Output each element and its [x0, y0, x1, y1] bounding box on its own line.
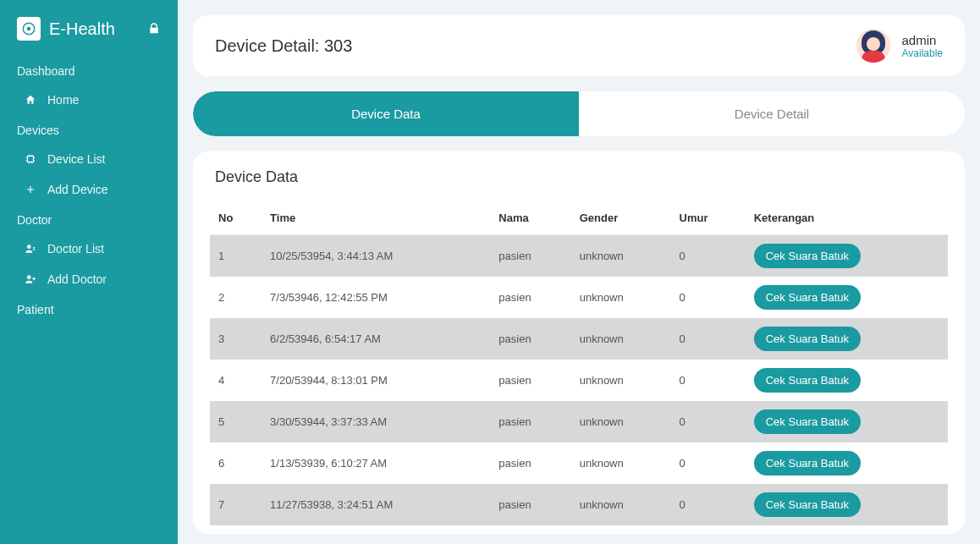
cell-gender: unknown: [571, 360, 671, 401]
cell-time: 7/3/53946, 12:42:55 PM: [262, 277, 490, 318]
sidebar-item-label: Doctor List: [47, 242, 104, 256]
user-name: admin: [902, 33, 943, 47]
device-data-table: NoTimeNamaGenderUmurKeterangan 110/25/53…: [210, 201, 948, 525]
user-plus-icon: [24, 272, 37, 286]
sidebar-item-label: Add Device: [47, 183, 108, 196]
cell-nama: pasien: [490, 277, 570, 318]
cell-umur: 0: [671, 235, 746, 277]
device-icon: [24, 152, 37, 166]
cek-suara-batuk-button[interactable]: Cek Suara Batuk: [754, 244, 861, 268]
cell-no: 2: [210, 277, 262, 318]
card-title: Device Data: [210, 168, 948, 186]
lock-icon[interactable]: [147, 22, 161, 36]
cell-nama: pasien: [490, 401, 570, 442]
cek-suara-batuk-button[interactable]: Cek Suara Batuk: [754, 327, 861, 351]
cell-gender: unknown: [571, 401, 671, 442]
home-icon: [24, 93, 37, 107]
sidebar-item-add-doctor[interactable]: Add Doctor: [0, 264, 178, 294]
cell-nama: pasien: [490, 318, 570, 360]
cell-action: Cek Suara Batuk: [746, 484, 948, 525]
col-umur: Umur: [671, 201, 746, 235]
sidebar-item-label: Add Doctor: [47, 272, 107, 286]
sidebar-item-label: Device List: [47, 152, 105, 166]
svg-point-3: [27, 245, 31, 249]
col-no: No: [210, 201, 262, 235]
brand-title: E-Health: [49, 19, 139, 39]
content-card: Device Data NoTimeNamaGenderUmurKeterang…: [193, 151, 965, 534]
svg-rect-2: [28, 157, 34, 162]
sidebar: E-Health DashboardHomeDevicesDevice List…: [0, 0, 178, 544]
user-list-icon: [24, 242, 37, 256]
col-gender: Gender: [571, 201, 671, 235]
cell-nama: pasien: [490, 484, 570, 525]
avatar: [856, 29, 890, 63]
cell-no: 1: [210, 235, 262, 277]
tab-device-data[interactable]: Device Data: [193, 91, 579, 136]
cell-no: 5: [210, 401, 262, 442]
cell-action: Cek Suara Batuk: [746, 277, 948, 318]
tab-device-detail[interactable]: Device Detail: [579, 91, 965, 136]
plus-icon: [24, 183, 37, 196]
cell-action: Cek Suara Batuk: [746, 401, 948, 442]
cell-no: 6: [210, 442, 262, 484]
cell-nama: pasien: [490, 235, 570, 277]
col-time: Time: [262, 201, 490, 235]
svg-point-1: [27, 27, 31, 31]
brand-logo-icon: [17, 17, 41, 41]
cell-time: 7/20/53944, 8:13:01 PM: [262, 360, 490, 401]
cell-umur: 0: [671, 484, 746, 525]
sidebar-section-label[interactable]: Doctor: [0, 205, 178, 234]
sidebar-section-label[interactable]: Devices: [0, 115, 178, 144]
cek-suara-batuk-button[interactable]: Cek Suara Batuk: [754, 451, 861, 475]
col-keterangan: Keterangan: [746, 201, 948, 235]
sidebar-item-device-list[interactable]: Device List: [0, 144, 178, 174]
cell-nama: pasien: [490, 360, 570, 401]
cell-gender: unknown: [571, 235, 671, 277]
cell-nama: pasien: [490, 442, 570, 484]
table-row: 47/20/53944, 8:13:01 PMpasienunknown0Cek…: [210, 360, 948, 401]
cell-no: 7: [210, 484, 262, 525]
main: Device Detail: 303 admin Available Devic…: [178, 0, 980, 544]
sidebar-item-doctor-list[interactable]: Doctor List: [0, 234, 178, 264]
table-row: 61/13/53939, 6:10:27 AMpasienunknown0Cek…: [210, 442, 948, 484]
cell-gender: unknown: [571, 484, 671, 525]
brand: E-Health: [0, 17, 178, 56]
col-nama: Nama: [490, 201, 570, 235]
table-row: 53/30/53944, 3:37:33 AMpasienunknown0Cek…: [210, 401, 948, 442]
sidebar-item-home[interactable]: Home: [0, 85, 178, 115]
cek-suara-batuk-button[interactable]: Cek Suara Batuk: [754, 492, 861, 517]
sidebar-item-label: Home: [47, 93, 79, 107]
cek-suara-batuk-button[interactable]: Cek Suara Batuk: [754, 285, 861, 310]
cell-gender: unknown: [571, 442, 671, 484]
cell-time: 1/13/53939, 6:10:27 AM: [262, 442, 490, 484]
cek-suara-batuk-button[interactable]: Cek Suara Batuk: [754, 368, 861, 393]
cell-action: Cek Suara Batuk: [746, 318, 948, 360]
cell-no: 4: [210, 360, 262, 401]
sidebar-section-label[interactable]: Patient: [0, 294, 178, 323]
cell-umur: 0: [671, 360, 746, 401]
cell-time: 6/2/53946, 6:54:17 AM: [262, 318, 490, 360]
cell-umur: 0: [671, 318, 746, 360]
cell-gender: unknown: [571, 318, 671, 360]
cell-no: 3: [210, 318, 262, 360]
cell-time: 10/25/53954, 3:44:13 AM: [262, 235, 490, 277]
table-row: 711/27/53938, 3:24:51 AMpasienunknown0Ce…: [210, 484, 948, 525]
cell-action: Cek Suara Batuk: [746, 235, 948, 277]
table-row: 110/25/53954, 3:44:13 AMpasienunknown0Ce…: [210, 235, 948, 277]
table-row: 27/3/53946, 12:42:55 PMpasienunknown0Cek…: [210, 277, 948, 318]
cell-umur: 0: [671, 401, 746, 442]
table-row: 36/2/53946, 6:54:17 AMpasienunknown0Cek …: [210, 318, 948, 360]
cell-umur: 0: [671, 442, 746, 484]
cell-umur: 0: [671, 277, 746, 318]
header-card: Device Detail: 303 admin Available: [193, 15, 965, 76]
cell-action: Cek Suara Batuk: [746, 442, 948, 484]
sidebar-section-label[interactable]: Dashboard: [0, 56, 178, 85]
sidebar-item-add-device[interactable]: Add Device: [0, 174, 178, 205]
tabs: Device DataDevice Detail: [193, 91, 965, 136]
user-block[interactable]: admin Available: [856, 29, 943, 63]
cell-time: 11/27/53938, 3:24:51 AM: [262, 484, 490, 525]
svg-point-4: [27, 275, 31, 279]
cek-suara-batuk-button[interactable]: Cek Suara Batuk: [754, 409, 861, 434]
user-status: Available: [902, 47, 943, 59]
cell-action: Cek Suara Batuk: [746, 360, 948, 401]
